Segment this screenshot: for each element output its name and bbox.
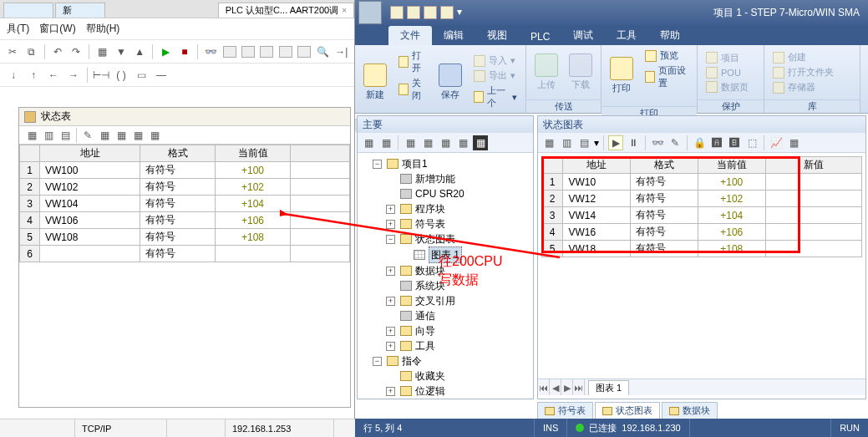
mp-tb-7-icon[interactable]: ▦ bbox=[473, 135, 488, 150]
ladder-contact-icon[interactable]: ⊢⊣ bbox=[93, 67, 109, 84]
table-row[interactable]: 6有符号 bbox=[20, 246, 350, 262]
tb-stop-icon[interactable]: ■ bbox=[177, 43, 192, 60]
tree-wizard[interactable]: +向导 bbox=[386, 323, 531, 338]
ct-tb-c-icon[interactable]: ⬚ bbox=[744, 135, 759, 150]
right-chart-table[interactable]: 地址 格式 当前值 新值 1VW10有符号+1002VW12有符号+1023VW… bbox=[541, 156, 862, 257]
table-row[interactable]: 4VW106有符号+106 bbox=[20, 212, 350, 229]
rb-print-button[interactable]: 打印 bbox=[607, 57, 637, 94]
st-tb-8-icon[interactable]: ▦ bbox=[147, 129, 162, 142]
qat-print-icon[interactable] bbox=[440, 6, 454, 19]
menu-window[interactable]: 窗口(W) bbox=[39, 22, 75, 36]
table-row[interactable]: 1VW10有符号+100 bbox=[542, 174, 862, 191]
ladder-box-icon[interactable]: ▭ bbox=[133, 67, 150, 84]
ct-tb-pause-icon[interactable]: ⏸ bbox=[626, 135, 641, 150]
mp-tb-1-icon[interactable]: ▦ bbox=[361, 135, 376, 150]
ribbon-tab-debug[interactable]: 调试 bbox=[561, 26, 605, 45]
rb-openfolder-button[interactable]: 打开文件夹 bbox=[769, 65, 837, 79]
tb-goto-icon[interactable]: →| bbox=[334, 43, 349, 60]
ct-tb-3-icon[interactable]: ▤ bbox=[576, 135, 591, 150]
sheet-tab-1[interactable]: 图表 1 bbox=[588, 380, 629, 395]
tb-download-icon[interactable]: ▼ bbox=[114, 43, 129, 60]
tree-chart1[interactable]: 图表 1 bbox=[399, 246, 531, 263]
table-row[interactable]: 2VW102有符号+102 bbox=[20, 179, 350, 196]
tree-symtab[interactable]: +符号表 bbox=[386, 216, 531, 231]
tb-monitor-icon[interactable]: 👓 bbox=[203, 43, 218, 60]
mp-tb-4-icon[interactable]: ▦ bbox=[420, 135, 435, 150]
tree-progblock[interactable]: +程序块 bbox=[386, 201, 531, 216]
tree-fav[interactable]: 收藏夹 bbox=[386, 368, 531, 384]
st-tb-7-icon[interactable]: ▦ bbox=[130, 129, 145, 142]
qat-save-icon[interactable] bbox=[424, 6, 437, 19]
tb-undo-icon[interactable]: ↶ bbox=[50, 43, 65, 60]
rb-new-button[interactable]: 新建 bbox=[360, 64, 390, 101]
tb-ref3-icon[interactable] bbox=[278, 43, 293, 60]
table-row[interactable]: 5VW18有符号+108 bbox=[542, 241, 862, 257]
tree-comm[interactable]: 通信 bbox=[386, 308, 531, 323]
tab-plc-item[interactable]: PLC 认知型C... AART200调× bbox=[218, 3, 354, 18]
tree-newfeat[interactable]: 新增功能 bbox=[386, 171, 531, 186]
tb-upload-icon[interactable]: ▲ bbox=[132, 43, 147, 60]
tb-find-icon[interactable]: 🔍 bbox=[315, 43, 330, 60]
tb-compile-icon[interactable]: ▦ bbox=[94, 43, 109, 60]
rb-import-button[interactable]: 导入▾ bbox=[470, 53, 520, 68]
left-status-table[interactable]: 地址 格式 当前值 1VW100有符号+1002VW102有符号+1023VW1… bbox=[19, 145, 350, 262]
sheet-nav-last[interactable]: ⏭ bbox=[573, 379, 585, 395]
ribbon-tab-tool[interactable]: 工具 bbox=[605, 26, 648, 45]
tb-run-icon[interactable]: ▶ bbox=[158, 43, 173, 60]
tb-ref2-icon[interactable] bbox=[259, 43, 274, 60]
tree-sysblock[interactable]: 系统块 bbox=[386, 278, 531, 293]
mp-tb-2-icon[interactable]: ▦ bbox=[378, 135, 393, 150]
st-tb-2-icon[interactable]: ▥ bbox=[41, 129, 56, 142]
ct-tb-glasses-icon[interactable]: 👓 bbox=[650, 135, 665, 150]
ct-tb-new-icon[interactable]: ▦ bbox=[786, 135, 801, 150]
tb-ref4-icon[interactable] bbox=[297, 43, 312, 60]
rb-create-button[interactable]: 创建 bbox=[769, 50, 837, 64]
ribbon-tab-file[interactable]: 文件 bbox=[388, 26, 432, 45]
tree-xref[interactable]: +交叉引用 bbox=[386, 293, 531, 308]
mp-tb-5-icon[interactable]: ▦ bbox=[438, 135, 453, 150]
ladder-coil-icon[interactable]: ( ) bbox=[113, 67, 129, 84]
sheet-nav-next[interactable]: ▶ bbox=[561, 379, 573, 395]
mp-tb-3-icon[interactable]: ▦ bbox=[403, 135, 418, 150]
ct-tb-2-icon[interactable]: ▥ bbox=[559, 135, 574, 150]
ladder-hline-icon[interactable]: — bbox=[153, 67, 170, 84]
rb-upload-button[interactable]: 上传 bbox=[531, 53, 561, 91]
table-row[interactable]: 3VW104有符号+104 bbox=[20, 196, 350, 212]
ribbon-tab-edit[interactable]: 编辑 bbox=[432, 26, 475, 45]
st-tb-4-icon[interactable]: ✎ bbox=[80, 129, 95, 142]
rb-project-button[interactable]: 项目 bbox=[703, 51, 752, 65]
st-tb-5-icon[interactable]: ▦ bbox=[97, 129, 112, 142]
ct-tb-lock-icon[interactable]: 🔒 bbox=[692, 135, 707, 150]
tb-ref1-icon[interactable] bbox=[241, 43, 256, 60]
sheet-nav-prev[interactable]: ◀ bbox=[550, 379, 561, 395]
tree-instr[interactable]: −指令 bbox=[373, 353, 531, 368]
tree-root[interactable]: −项目1 bbox=[373, 156, 531, 171]
table-row[interactable]: 2VW12有符号+102 bbox=[542, 191, 862, 207]
ribbon-tab-view[interactable]: 视图 bbox=[475, 26, 519, 45]
rb-close-button[interactable]: 关闭 bbox=[395, 76, 430, 103]
ribbon-tab-help[interactable]: 帮助 bbox=[648, 26, 692, 45]
btab-chart[interactable]: 状态图表 bbox=[595, 402, 660, 419]
table-row[interactable]: 3VW14有符号+104 bbox=[542, 207, 862, 224]
rb-open-button[interactable]: 打开 bbox=[395, 48, 430, 75]
sheet-nav-first[interactable]: ⏮ bbox=[538, 379, 550, 395]
table-row[interactable]: 1VW100有符号+100 bbox=[20, 162, 350, 179]
tree-tools[interactable]: +工具 bbox=[386, 338, 531, 353]
menu-help[interactable]: 帮助(H) bbox=[86, 22, 120, 36]
ribbon-tab-plc[interactable]: PLC bbox=[519, 28, 561, 45]
rb-datapage-button[interactable]: 数据页 bbox=[703, 80, 752, 94]
ct-tb-trend-icon[interactable]: 📈 bbox=[769, 135, 784, 150]
ladder-right-icon[interactable]: → bbox=[65, 67, 82, 84]
tree-bitlogic[interactable]: +位逻辑 bbox=[386, 384, 531, 399]
tab-partial-1[interactable] bbox=[3, 3, 53, 18]
tab-partial-2[interactable]: 新 bbox=[55, 3, 105, 18]
ladder-left-icon[interactable]: ← bbox=[45, 67, 62, 84]
qat-dropdown-icon[interactable]: ▾ bbox=[457, 6, 462, 19]
rb-export-button[interactable]: 导出▾ bbox=[470, 69, 520, 83]
rb-preview-button[interactable]: 预览 bbox=[642, 48, 692, 63]
table-row[interactable]: 5VW108有符号+108 bbox=[20, 229, 350, 246]
btab-symbol[interactable]: 符号表 bbox=[537, 402, 593, 419]
qat-open-icon[interactable] bbox=[407, 6, 420, 19]
ct-tb-pen-icon[interactable]: ✎ bbox=[667, 135, 683, 150]
rb-pou-button[interactable]: POU bbox=[703, 66, 752, 79]
